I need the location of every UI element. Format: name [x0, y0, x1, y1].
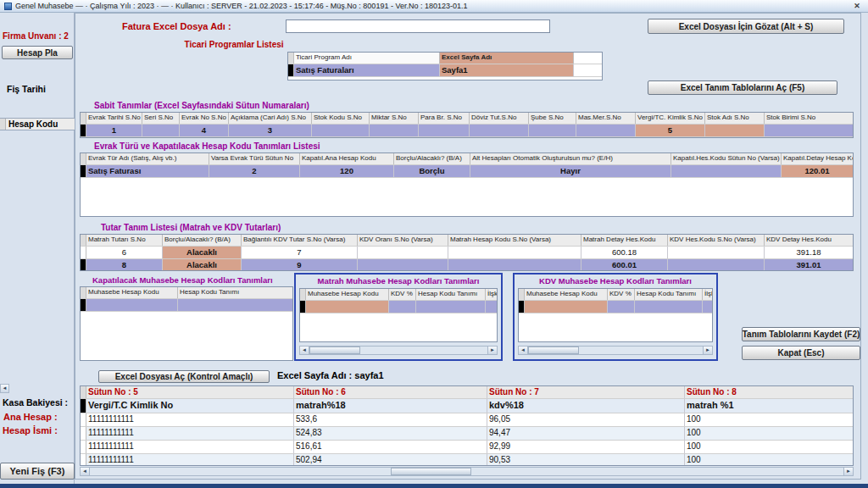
column-header: Ticari Program Adı [294, 53, 440, 64]
column-header: İlşk [703, 289, 712, 300]
table-row[interactable]: Satış Faturaları Sayfa1 [288, 64, 602, 77]
kapatilacak-table: Muhasebe Hesap Kodu Hesap Kodu Tanımı [80, 286, 293, 361]
scrollbar-thumb[interactable] [528, 347, 579, 354]
column-header: Varsa Evrak Türü Sütun No [209, 153, 300, 164]
column-header: Alt Hesapları Otomatik Oluşturulsun mu? … [470, 153, 671, 164]
column-header: KDV % [608, 289, 635, 300]
table-row[interactable] [519, 301, 712, 313]
fatura-excel-input[interactable] [286, 19, 550, 33]
row-marker [81, 235, 86, 246]
column-header: Borçlu/Alacaklı? (B/A) [163, 235, 242, 246]
cell: 94,47 [487, 427, 685, 440]
kasa-bakiyesi-label: Kasa Bakiyesi : [3, 397, 68, 408]
row-marker [0, 119, 6, 130]
cell [142, 125, 180, 136]
sidebar: Firma Unvanı : 2 Hesap Pla Fiş Tarihi He… [0, 13, 75, 484]
cell: 9 [242, 259, 358, 271]
ticari-programlar-label: Ticari Programlar Listesi [184, 40, 284, 50]
table-row[interactable] [300, 301, 497, 313]
row-marker [300, 301, 306, 313]
cell: Hayır [470, 165, 671, 177]
app-icon [4, 3, 12, 10]
header-row: Evrak Tarihi S.No Seri S.No Evrak No S.N… [81, 113, 853, 125]
column-header: Miktar S.No [370, 113, 419, 124]
table-row[interactable]: Satış Faturası 2 120 Borçlu Hayır 120.01 [81, 165, 853, 178]
matrah-panel-title: Matrah Muhasebe Hesap Kodları Tanımları [296, 276, 501, 286]
kapat-button[interactable]: Kapat (Esc) [742, 346, 860, 360]
cell: 120 [300, 165, 394, 177]
column-header: Matrah Tutarı S.No [86, 235, 163, 246]
excel-ac-button[interactable]: Excel Dosyası Aç (Kontrol Amaçlı) [98, 370, 270, 383]
row-marker [81, 153, 86, 164]
cell [358, 247, 448, 258]
cell: 100 [685, 413, 853, 426]
table-row[interactable]: 6 Alacaklı 7 600.18 391.18 [81, 247, 853, 259]
scrollbar-track[interactable] [90, 468, 843, 475]
column-header: Döviz Tut.S.No [470, 113, 529, 124]
matrah-scrollbar[interactable]: ◄ ► [299, 346, 498, 355]
cell: Satış Faturaları [294, 64, 440, 76]
cell: 100 [685, 454, 853, 466]
cell [529, 125, 576, 136]
tanim-kaydet-button[interactable]: Tanım Tablolarını Kaydet (F2) [742, 327, 860, 341]
window-title: Genel Muhasebe — · Çalışma Yılı : 2023 ·… [15, 2, 467, 10]
yeni-fis-button[interactable]: Yeni Fiş (F3) [0, 463, 75, 480]
table-row[interactable]: 11111111111 533,6 96,05 100 [81, 413, 853, 427]
cell [389, 301, 416, 313]
cell: 391.01 [765, 259, 853, 271]
scroll-left-icon[interactable]: ◄ [0, 384, 9, 393]
scrollbar-track[interactable] [528, 347, 703, 354]
header-row: Muhasebe Hesap Kodu KDV % Hesap Kodu Tan… [300, 289, 497, 301]
cell [525, 301, 608, 313]
row-marker [519, 301, 525, 313]
column-header: Sütun No : 8 [685, 386, 853, 398]
table-row[interactable]: 11111111111 516,61 92,99 100 [81, 441, 853, 454]
column-header: Hesap Kodu Tanımı [178, 287, 292, 298]
column-header: Stok Birimi S.No [765, 113, 853, 124]
table-row[interactable]: 11111111111 502,94 90,53 100 [81, 454, 853, 466]
row-marker [81, 287, 86, 298]
close-icon[interactable]: ✕ [850, 2, 864, 10]
cell: 11111111111 [86, 441, 294, 453]
row-marker [288, 53, 294, 64]
table-row[interactable]: 11111111111 524,83 94,47 100 [81, 427, 853, 441]
scroll-right-icon[interactable]: ► [487, 347, 497, 354]
cell: 8 [86, 259, 163, 271]
horizontal-scrollbar[interactable]: ◄ ► [80, 467, 854, 476]
kapatilacak-panel-title: Kapatılacak Muhasebe Hesap Kodları Tanım… [92, 275, 273, 285]
cell [86, 299, 178, 311]
cell: 92,99 [487, 441, 685, 453]
column-header: Sütun No : 7 [487, 386, 685, 398]
column-number-row: Sütun No : 5 Sütun No : 6 Sütun No : 7 S… [81, 386, 853, 399]
cell [635, 301, 703, 313]
scrollbar-thumb[interactable] [309, 347, 360, 354]
evrak-table: Evrak Tür Adı (Satış, Alış vb.) Varsa Ev… [80, 152, 854, 217]
excel-gozat-button[interactable]: Excel Dosyası İçin Gözat (Alt + S) [648, 19, 844, 34]
table-row[interactable]: 1 4 3 5 [81, 125, 853, 137]
scroll-right-icon[interactable]: ► [703, 347, 712, 354]
hesap-plani-button[interactable]: Hesap Pla [2, 46, 73, 59]
scrollbar-track[interactable] [309, 347, 487, 354]
scroll-left-icon[interactable]: ◄ [81, 468, 90, 475]
column-header: Kapatıl.Ana Hesap Kodu [300, 153, 394, 164]
table-row[interactable] [81, 299, 292, 312]
ana-hesap-label: Ana Hesap : [3, 412, 58, 422]
scroll-left-icon[interactable]: ◄ [300, 347, 309, 354]
scrollbar-thumb[interactable] [391, 468, 471, 475]
cell: 11111111111 [86, 413, 294, 426]
kdv-table: Muhasebe Hesap Kodu KDV % Hesap Kodu Tan… [518, 288, 713, 342]
cell [470, 125, 529, 136]
column-header: Evrak Tarihi S.No [86, 113, 142, 124]
window-bottom-edge [0, 484, 868, 488]
cell: 4 [180, 125, 229, 136]
kdv-scrollbar[interactable]: ◄ ► [518, 346, 713, 355]
excel-tanim-ac-button[interactable]: Excel Tanım Tablolarını Aç (F5) [648, 80, 837, 95]
scroll-left-icon[interactable]: ◄ [519, 347, 528, 354]
cell [765, 125, 853, 136]
field-header-row[interactable]: Vergi/T.C Kimlik No matrah%18 kdv%18 mat… [81, 399, 853, 413]
row-marker [81, 427, 86, 440]
row-marker [81, 247, 86, 258]
tutar-table: Matrah Tutarı S.No Borçlu/Alacaklı? (B/A… [80, 234, 854, 271]
scroll-right-icon[interactable]: ► [843, 468, 853, 475]
table-row[interactable]: 8 Alacaklı 9 600.01 391.01 [81, 259, 853, 271]
